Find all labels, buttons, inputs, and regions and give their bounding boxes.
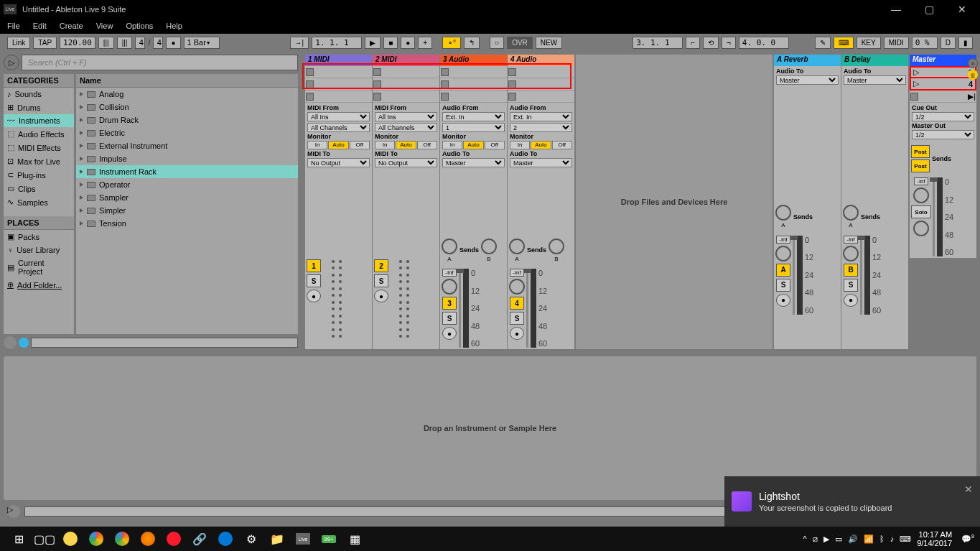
track-activator[interactable]: B (844, 264, 858, 277)
taskbar-app-3[interactable]: ⚙ (238, 528, 264, 550)
clip-slot[interactable] (508, 91, 574, 103)
vol-db[interactable]: -Inf (844, 236, 858, 244)
master-out-select[interactable]: 1/2 (912, 130, 974, 139)
start-button[interactable]: ⊞ (6, 528, 32, 550)
monitor-auto[interactable]: Auto (531, 141, 551, 149)
track-header[interactable]: A Reverb (774, 55, 841, 66)
track-activator[interactable]: 2 (374, 259, 388, 272)
tray-up-icon[interactable]: ^ (803, 534, 806, 543)
arm-button[interactable]: ● (844, 294, 858, 307)
tray-battery-icon[interactable]: ▭ (835, 534, 842, 544)
cat-clips[interactable]: ▭Clips (4, 182, 74, 195)
taskbar-app-5[interactable]: ▦ (342, 528, 368, 550)
pan-knob[interactable] (509, 279, 525, 295)
record-button[interactable]: ● (401, 37, 415, 49)
sig-num[interactable]: 4 (135, 37, 145, 49)
clip-slot[interactable] (373, 91, 439, 103)
tray-play-icon[interactable]: ▶ (823, 534, 829, 544)
from-select[interactable]: All Ins (375, 112, 437, 121)
midi-map[interactable]: MIDI (884, 37, 909, 49)
taskbar-opera[interactable] (161, 528, 187, 550)
channel-select[interactable]: 2 (510, 123, 572, 132)
taskbar-live[interactable]: Live (290, 528, 316, 550)
item-tension[interactable]: Tension (76, 217, 298, 230)
taskbar-app-4[interactable]: 99+ (316, 528, 342, 550)
pan-knob[interactable] (775, 246, 791, 261)
item-collision[interactable]: Collision (76, 101, 298, 114)
cat-instruments[interactable]: 〰Instruments (4, 114, 74, 127)
pan-knob[interactable] (442, 279, 457, 295)
action-center-icon[interactable]: 💬8 (961, 534, 974, 544)
keyboard-icon[interactable]: ⌨ (834, 37, 854, 49)
to-select[interactable]: Master (844, 75, 906, 85)
monitor-auto[interactable]: Auto (396, 141, 416, 149)
solo-button[interactable]: S (776, 279, 790, 292)
menu-edit[interactable]: Edit (33, 22, 47, 30)
tray-app-icon[interactable]: ♪ (890, 534, 895, 543)
place-user-library[interactable]: ♀User Library (4, 244, 74, 256)
post-a[interactable]: Post (911, 145, 930, 158)
vol-db[interactable]: -Inf (442, 269, 457, 277)
new-button[interactable]: NEW (536, 37, 562, 49)
place-packs[interactable]: ▣Packs (4, 230, 74, 244)
scene-4[interactable]: ▷4 (910, 78, 976, 91)
cat-plugins[interactable]: ⊂Plug-ins (4, 168, 74, 182)
vol-db[interactable]: -Inf (914, 177, 928, 185)
maximize-button[interactable]: ▢ (918, 2, 940, 17)
cat-midi-effects[interactable]: ⬚MIDI Effects (4, 141, 74, 154)
loop-button[interactable]: ⟲ (703, 37, 719, 49)
to-select[interactable]: No Output (375, 158, 437, 167)
to-select[interactable]: Master (510, 158, 572, 167)
cat-drums[interactable]: ⊞Drums (4, 101, 74, 114)
volume-fader[interactable] (526, 269, 528, 348)
loop-start[interactable]: 3. 1. 1 (633, 37, 683, 49)
monitor-auto[interactable]: Auto (328, 141, 348, 149)
send-a-knob[interactable] (442, 239, 457, 254)
item-instrument-rack[interactable]: Instrument Rack (76, 165, 298, 178)
track-header[interactable]: 4 Audio (508, 55, 574, 66)
to-select[interactable]: Master (776, 75, 839, 85)
item-operator[interactable]: Operator (76, 178, 298, 191)
tray-keyboard-icon[interactable]: ⌨ (900, 534, 911, 544)
clip-slot[interactable] (373, 78, 439, 91)
pan-knob[interactable] (913, 187, 929, 203)
clip-slot[interactable] (440, 78, 507, 91)
link-button[interactable]: Link (7, 37, 30, 49)
menu-view[interactable]: View (96, 22, 113, 30)
clip-slot[interactable] (305, 66, 372, 78)
overload-d[interactable]: D (941, 37, 956, 49)
monitor-in[interactable]: In (442, 141, 462, 149)
stop-all[interactable]: ▶| (910, 91, 976, 103)
solo-button[interactable]: S (442, 312, 457, 325)
drop-files-area[interactable]: Drop Files and Devices Here (576, 55, 773, 349)
to-select[interactable]: No Output (307, 158, 370, 167)
draw-mode[interactable]: ✎ (815, 37, 831, 49)
tray-network-icon[interactable]: 📶 (864, 534, 874, 544)
arm-button[interactable]: ● (510, 327, 524, 340)
help-view-icon[interactable]: ▷ (7, 505, 20, 518)
track-header[interactable]: B Delay (841, 55, 908, 66)
cat-max[interactable]: ⊡Max for Live (4, 154, 74, 168)
post-b[interactable]: Post (911, 159, 930, 172)
metronome-button[interactable]: ● (166, 37, 180, 49)
system-clock[interactable]: 10:17 AM 9/14/2017 (917, 530, 952, 547)
master-fader[interactable] (933, 177, 935, 256)
track-activator[interactable]: 1 (307, 259, 321, 272)
channel-select[interactable]: All Channels (307, 123, 370, 132)
volume-fader[interactable] (860, 236, 862, 315)
tap-button[interactable]: TAP (33, 37, 57, 49)
cat-sounds[interactable]: ♪Sounds (4, 88, 74, 101)
monitor-in[interactable]: In (307, 141, 327, 149)
overdub-ovr[interactable]: OVR (507, 37, 533, 49)
follow-button[interactable]: →| (290, 37, 309, 49)
solo-button[interactable]: S (844, 279, 858, 292)
cat-samples[interactable]: ∿Samples (4, 195, 74, 209)
quantize-menu[interactable]: 1 Bar ▾ (184, 37, 220, 49)
groove-pool-icon[interactable] (4, 336, 17, 349)
arm-button[interactable]: ● (442, 327, 457, 340)
monitor-in[interactable]: In (375, 141, 395, 149)
automation-arm[interactable]: ⚬° (442, 37, 461, 49)
clip-slot[interactable] (305, 78, 372, 91)
from-select[interactable]: All Ins (307, 112, 370, 121)
solo-cue[interactable]: Solo (911, 205, 931, 218)
